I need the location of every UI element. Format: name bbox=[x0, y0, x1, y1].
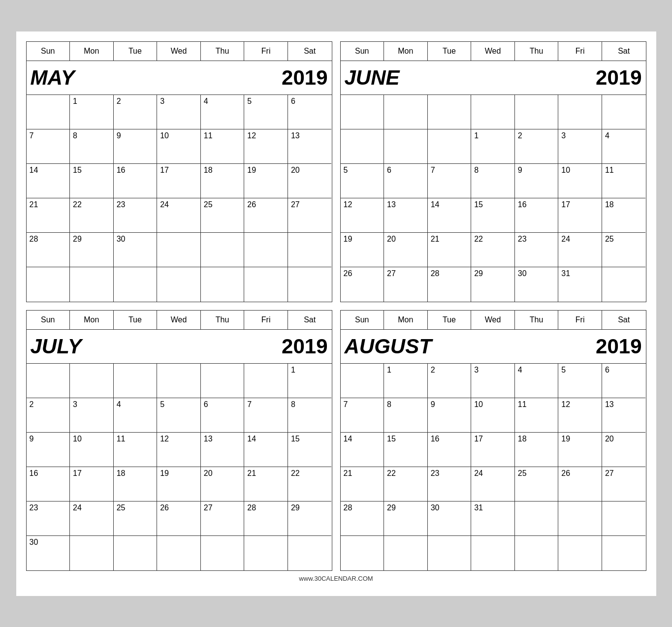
day-cell: 24 bbox=[471, 467, 515, 502]
day-cell: 17 bbox=[70, 467, 114, 502]
day-cell: 30 bbox=[27, 536, 70, 570]
day-header-thu: Thu bbox=[201, 311, 245, 329]
day-cell: 9 bbox=[515, 164, 559, 198]
day-cell bbox=[515, 95, 559, 129]
day-cell bbox=[201, 267, 245, 302]
day-header-sun: Sun bbox=[27, 42, 70, 61]
month-title-row: JULY2019 bbox=[27, 330, 332, 364]
day-cell: 6 bbox=[201, 398, 245, 433]
day-cell: 27 bbox=[288, 198, 332, 233]
day-header-mon: Mon bbox=[70, 42, 114, 61]
day-cell: 20 bbox=[602, 433, 646, 467]
month-title-row: JUNE2019 bbox=[341, 61, 646, 95]
day-header-thu: Thu bbox=[201, 42, 245, 61]
calendar-body: 1234567891011121314151617181920212223242… bbox=[341, 364, 646, 570]
day-cell: 1 bbox=[471, 129, 515, 164]
month-name: AUGUST bbox=[345, 335, 432, 358]
day-cell: 11 bbox=[602, 164, 646, 198]
day-header-tue: Tue bbox=[428, 42, 472, 61]
day-cell: 24 bbox=[157, 198, 201, 233]
day-cell: 16 bbox=[114, 164, 158, 198]
day-cell: 13 bbox=[602, 398, 646, 433]
day-cell: 8 bbox=[471, 164, 515, 198]
day-cell: 9 bbox=[27, 433, 70, 467]
day-cell bbox=[157, 364, 201, 398]
day-header-fri: Fri bbox=[244, 311, 288, 329]
day-cell: 27 bbox=[602, 467, 646, 502]
day-cell bbox=[244, 233, 288, 267]
day-cell: 9 bbox=[114, 129, 158, 164]
year-name: 2019 bbox=[282, 66, 327, 90]
day-cell: 1 bbox=[384, 364, 428, 398]
day-cell bbox=[558, 95, 602, 129]
calendar-body: 1234567891011121314151617181920212223242… bbox=[341, 95, 646, 302]
calendar-june-2019: SunMonTueWedThuFriSatJUNE201912345678910… bbox=[340, 41, 646, 302]
day-cell bbox=[384, 129, 428, 164]
day-cell: 22 bbox=[384, 467, 428, 502]
day-cell: 25 bbox=[515, 467, 559, 502]
day-cell: 28 bbox=[428, 267, 472, 302]
day-cell bbox=[558, 536, 602, 570]
day-cell: 26 bbox=[558, 467, 602, 502]
day-header-sun: Sun bbox=[341, 42, 384, 61]
day-cell: 31 bbox=[558, 267, 602, 302]
day-cell: 23 bbox=[114, 198, 158, 233]
day-cell: 5 bbox=[157, 398, 201, 433]
day-cell: 8 bbox=[70, 129, 114, 164]
day-cell: 27 bbox=[384, 267, 428, 302]
day-cell: 21 bbox=[244, 467, 288, 502]
day-cell: 14 bbox=[428, 198, 472, 233]
day-cell: 29 bbox=[471, 267, 515, 302]
day-cell: 22 bbox=[288, 467, 332, 502]
day-cell: 11 bbox=[201, 129, 245, 164]
day-cell: 26 bbox=[157, 502, 201, 536]
day-cell: 3 bbox=[157, 95, 201, 129]
day-cell: 19 bbox=[157, 467, 201, 502]
day-cell bbox=[244, 536, 288, 570]
day-header-fri: Fri bbox=[558, 311, 602, 329]
day-header-thu: Thu bbox=[515, 42, 559, 61]
day-cell bbox=[157, 267, 201, 302]
day-header-sun: Sun bbox=[27, 311, 70, 329]
day-cell: 16 bbox=[27, 467, 70, 502]
day-cell: 20 bbox=[201, 467, 245, 502]
day-cell: 12 bbox=[558, 398, 602, 433]
day-cell: 7 bbox=[428, 164, 472, 198]
day-cell bbox=[384, 536, 428, 570]
footer: www.30CALENDAR.COM bbox=[26, 571, 646, 586]
day-cell bbox=[471, 95, 515, 129]
day-cell: 5 bbox=[558, 364, 602, 398]
day-cell: 30 bbox=[114, 233, 158, 267]
day-cell: 24 bbox=[70, 502, 114, 536]
day-cell: 28 bbox=[341, 502, 384, 536]
day-header-sat: Sat bbox=[602, 311, 646, 329]
day-header-wed: Wed bbox=[157, 311, 201, 329]
day-cell: 10 bbox=[70, 433, 114, 467]
day-cell bbox=[157, 536, 201, 570]
day-cell: 21 bbox=[27, 198, 70, 233]
day-header-sat: Sat bbox=[288, 42, 332, 61]
day-header-fri: Fri bbox=[244, 42, 288, 61]
day-cell: 15 bbox=[70, 164, 114, 198]
day-cell bbox=[384, 95, 428, 129]
day-cell: 7 bbox=[27, 129, 70, 164]
day-header-row: SunMonTueWedThuFriSat bbox=[341, 311, 646, 330]
day-cell bbox=[201, 364, 245, 398]
day-cell: 16 bbox=[515, 198, 559, 233]
day-cell bbox=[602, 267, 646, 302]
day-cell bbox=[70, 364, 114, 398]
day-cell: 12 bbox=[244, 129, 288, 164]
day-cell: 8 bbox=[384, 398, 428, 433]
day-cell: 24 bbox=[558, 233, 602, 267]
day-cell: 4 bbox=[515, 364, 559, 398]
day-cell: 19 bbox=[244, 164, 288, 198]
day-cell: 17 bbox=[157, 164, 201, 198]
day-header-wed: Wed bbox=[471, 42, 515, 61]
day-header-tue: Tue bbox=[428, 311, 472, 329]
day-cell: 3 bbox=[558, 129, 602, 164]
month-title-row: MAY2019 bbox=[27, 61, 332, 95]
day-cell bbox=[515, 536, 559, 570]
day-cell: 5 bbox=[341, 164, 384, 198]
month-name: MAY bbox=[31, 66, 75, 90]
day-cell bbox=[558, 502, 602, 536]
